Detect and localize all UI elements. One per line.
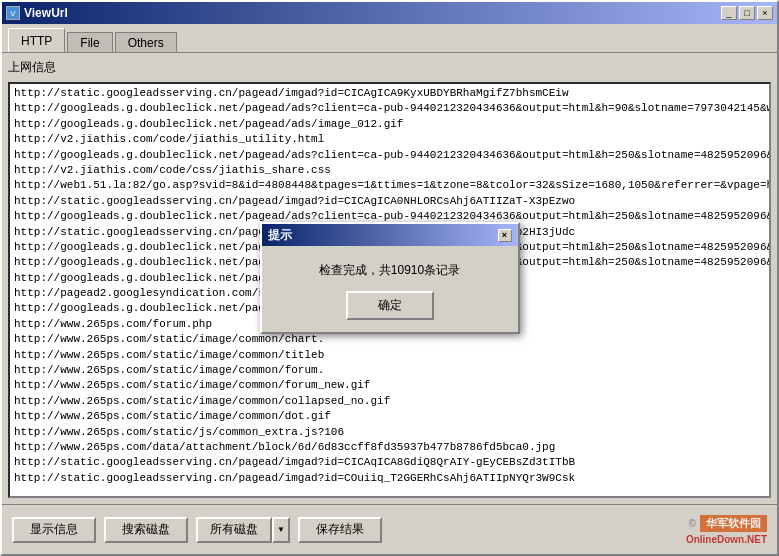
- dialog-close-button[interactable]: ×: [498, 229, 512, 242]
- dialog-body: 检查完成，共10910条记录 确定: [262, 246, 518, 332]
- dialog-title-text: 提示: [268, 227, 292, 244]
- dialog: 提示 × 检查完成，共10910条记录 确定: [260, 222, 520, 334]
- dialog-overlay: 提示 × 检查完成，共10910条记录 确定: [2, 2, 777, 554]
- main-window: V ViewUrl _ □ × HTTP File Others 上网信息 ht…: [0, 0, 779, 556]
- dialog-title-bar: 提示 ×: [262, 224, 518, 246]
- dialog-message: 检查完成，共10910条记录: [319, 262, 460, 279]
- dialog-ok-button[interactable]: 确定: [346, 291, 434, 320]
